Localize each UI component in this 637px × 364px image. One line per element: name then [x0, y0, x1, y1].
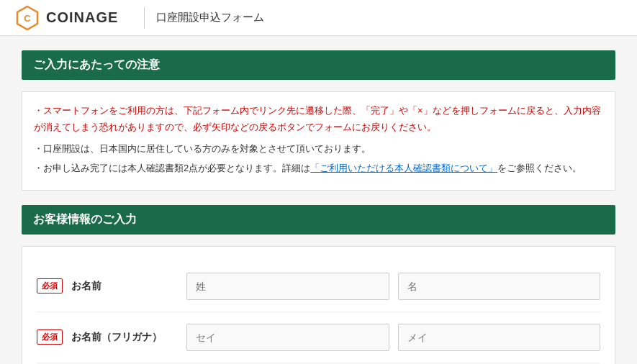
form-row-name: 必須 お名前: [37, 261, 600, 312]
form-row-name-kana: 必須 お名前（フリガナ）: [37, 312, 600, 363]
notice-warning-text: ・スマートフォンをご利用の方は、下記フォーム内でリンク先に遷移した際、「完了」や…: [34, 102, 603, 136]
logo-area: C COINAGE: [14, 5, 118, 31]
notice-item-2-suffix: をご参照ください。: [497, 163, 582, 173]
form-label-name: お名前: [71, 280, 186, 293]
logo-text: COINAGE: [46, 9, 118, 26]
form-label-name-kana: お名前（フリガナ）: [71, 331, 186, 344]
header-title: 口座開設申込フォーム: [156, 11, 264, 24]
notice-item-1: ・口座開設は、日本国内に居住している方のみを対象とさせて頂いております。: [34, 140, 603, 157]
required-badge-name-kana: 必須: [37, 329, 63, 345]
first-name-input[interactable]: [398, 273, 601, 300]
customer-section-header: お客様情報のご入力: [22, 205, 615, 235]
form-section: 必須 お名前 必須 お名前（フリガナ） 必須 性別 男性: [22, 246, 615, 364]
notice-section-header: ご入力にあたっての注意: [22, 50, 615, 80]
last-name-input[interactable]: [186, 273, 389, 300]
form-inputs-name: [186, 273, 600, 300]
main-content: ご入力にあたっての注意 ・スマートフォンをご利用の方は、下記フォーム内でリンク先…: [0, 36, 637, 364]
required-badge-name: 必須: [37, 278, 63, 294]
logo-icon: C: [14, 5, 40, 31]
notice-link[interactable]: 「ご利用いただける本人確認書類について」: [310, 163, 497, 173]
last-name-kana-input[interactable]: [186, 324, 389, 351]
svg-text:C: C: [24, 13, 31, 24]
first-name-kana-input[interactable]: [398, 324, 601, 351]
notice-box: ・スマートフォンをご利用の方は、下記フォーム内でリンク先に遷移した際、「完了」や…: [22, 91, 615, 191]
notice-item-2-text: ・お申し込み完了には本人確認書類2点が必要となります。詳細は: [34, 163, 310, 173]
notice-item-2: ・お申し込み完了には本人確認書類2点が必要となります。詳細は「ご利用いただける本…: [34, 160, 603, 176]
form-inputs-name-kana: [186, 324, 600, 351]
header: C COINAGE 口座開設申込フォーム: [0, 0, 637, 36]
header-divider: [144, 7, 145, 29]
